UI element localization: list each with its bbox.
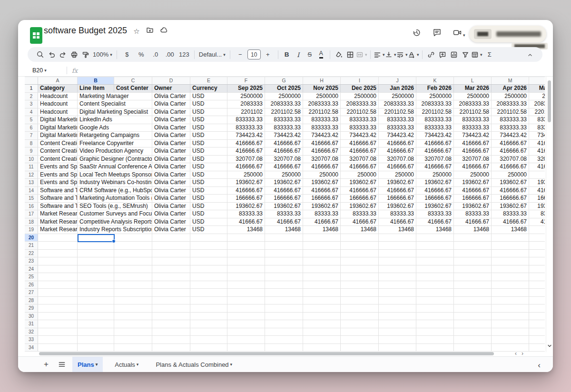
cell[interactable] [78,257,114,265]
cell[interactable] [341,344,379,352]
cell[interactable] [341,265,379,273]
cell[interactable] [492,242,529,249]
cell-amount[interactable]: 416666.67 [303,140,341,147]
cell-line-item[interactable]: CRM Software (e.g., HubSpot) [78,187,152,195]
cell-amount[interactable]: 41666.67 [265,218,303,226]
cell[interactable] [265,304,303,312]
cell[interactable] [78,242,114,249]
move-folder-icon[interactable] [146,26,154,36]
cell[interactable] [341,313,379,320]
cell-line-item[interactable]: Marketing Automation Tools (e.g., [78,195,152,202]
cell-amount[interactable]: 833333.33 [227,116,265,124]
cell-amount[interactable]: 416666.67 [492,187,529,195]
cell[interactable] [379,265,416,273]
column-header-C[interactable]: C [114,77,152,84]
cell-owner[interactable]: Olivia Carter [152,187,190,195]
cell[interactable] [454,257,492,265]
column-header-H[interactable]: H [303,77,341,84]
cell-amount[interactable]: 833333.33 [492,116,529,124]
cell-amount[interactable]: 416666.67 [265,187,303,195]
cell[interactable] [416,257,454,265]
cell[interactable] [114,313,152,320]
more-formats-button[interactable]: 123 [177,49,191,60]
column-header-I[interactable]: I [341,77,379,84]
cell-category-header[interactable]: Category [38,85,78,92]
cell[interactable] [190,242,227,249]
cell[interactable] [303,320,341,328]
cell[interactable] [379,320,416,328]
cell-amount[interactable]: 83333.33 [265,210,303,218]
cell-amount[interactable]: 2500000 [379,93,416,100]
cell-amount[interactable]: 416666.67 [265,147,303,155]
cell-amount[interactable]: 83333.33 [227,210,265,218]
cell-amount[interactable]: 416666.67 [265,140,303,147]
cell[interactable] [529,257,545,265]
bold-button[interactable]: B [281,49,293,60]
cell[interactable] [227,234,265,242]
cell-amount[interactable]: 416666.67 [379,163,416,171]
cell-currency[interactable]: USD [190,132,227,139]
cell[interactable] [379,242,416,249]
cell[interactable] [114,250,152,257]
cell-owner[interactable]: Olivia Carter [152,116,190,124]
cell-amount[interactable]: 416666.67 [341,187,379,195]
cell[interactable] [38,344,78,352]
cell-amount[interactable]: 833333.33 [492,124,529,132]
cell-amount[interactable]: 833333.33 [265,116,303,124]
cell-amount[interactable]: 2201102.58 [416,108,454,116]
cell[interactable] [454,344,492,352]
cell-amount[interactable]: 416666.67 [341,147,379,155]
cell[interactable] [78,344,114,352]
cell-line-item[interactable]: SaaStr Annual Conference Attend [78,163,152,171]
cell-amount[interactable]: 193602.67 [454,179,492,186]
cell[interactable] [303,234,341,242]
cell-category[interactable]: Headcount [38,108,78,116]
cell-amount[interactable]: 193602.67 [227,203,265,210]
cell-amount[interactable]: 416666.67 [529,187,545,195]
column-header-E[interactable]: E [190,77,227,84]
cell-amount[interactable]: 416666.67 [454,140,492,147]
table-views-icon[interactable] [471,49,482,60]
cell-amount[interactable]: 2201102.58 [529,108,545,116]
cell-owner[interactable]: Olivia Carter [152,108,190,116]
cell-amount[interactable]: 193602.67 [379,179,416,186]
cell[interactable] [303,257,341,265]
cell-line-item[interactable]: Digital Marketing Specialist [78,108,152,116]
filter-icon[interactable] [460,49,471,60]
cell-amount[interactable]: 13468 [265,226,303,234]
cell-amount[interactable]: 2083333.33 [265,100,303,108]
column-header-A[interactable]: A [38,77,78,84]
cell-amount[interactable]: 193602.67 [227,179,265,186]
cell[interactable] [38,234,78,242]
cell-amount[interactable]: 193602.67 [529,203,545,210]
select-all-corner[interactable] [25,77,38,84]
cell[interactable] [38,250,78,257]
cell-category[interactable]: Content Creation [38,140,78,147]
row-header-10[interactable]: 10 [25,156,38,163]
cell-owner[interactable]: Olivia Carter [152,147,190,155]
cell-owner[interactable]: Olivia Carter [152,132,190,139]
row-header-12[interactable]: 12 [25,171,38,179]
cell-category[interactable]: Software and Tools [38,195,78,202]
cell-amount[interactable]: 193602.67 [492,179,529,186]
cell-currency[interactable]: USD [190,116,227,124]
insert-link-icon[interactable] [425,49,437,60]
cell[interactable] [341,273,379,281]
cell[interactable] [379,289,416,296]
cell-amount[interactable]: 833333.33 [379,116,416,124]
row-header-29[interactable]: 29 [25,304,38,312]
cell[interactable] [114,242,152,249]
cell[interactable] [114,304,152,312]
cell-amount[interactable]: 833333.33 [303,116,341,124]
cell-amount[interactable]: 2083333.33 [341,100,379,108]
italic-button[interactable]: I [293,49,304,60]
cell[interactable] [114,281,152,289]
cell-owner[interactable]: Olivia Carter [152,124,190,132]
strikethrough-button[interactable]: S [304,49,315,60]
decrease-decimals-button[interactable]: .0 [148,49,163,60]
cell-amount[interactable]: 416666.67 [416,187,454,195]
cell-amount[interactable]: 193602.67 [265,179,303,186]
cell[interactable] [379,328,416,336]
cell-currency[interactable]: USD [190,210,227,218]
horizontal-align-icon[interactable] [374,49,385,60]
